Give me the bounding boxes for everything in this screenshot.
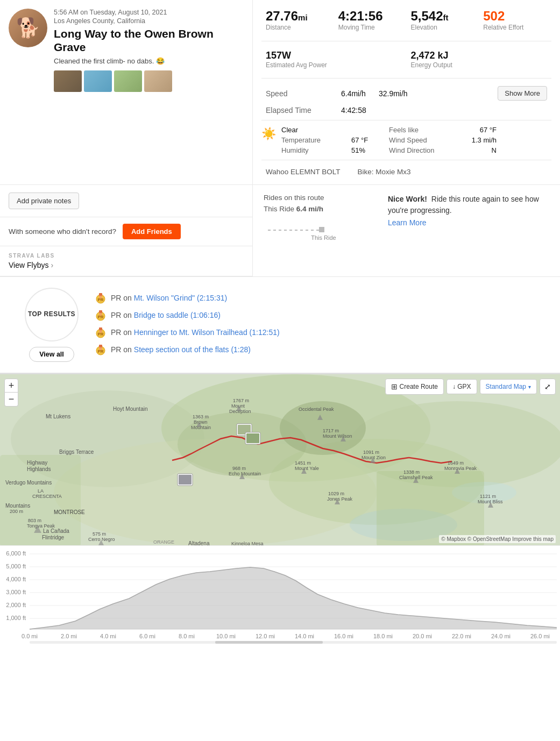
svg-rect-6	[99, 310, 102, 313]
svg-text:200 m: 200 m	[10, 509, 23, 514]
svg-text:0.0 mi: 0.0 mi	[22, 633, 38, 639]
activity-photos	[54, 70, 244, 92]
photo-4[interactable]	[144, 70, 172, 92]
svg-text:10.0 mi: 10.0 mi	[216, 633, 236, 639]
svg-marker-11	[99, 330, 102, 333]
show-more-button[interactable]: Show More	[498, 86, 547, 101]
activity-location: Los Angeles County, California	[54, 17, 244, 25]
svg-text:MONTROSE: MONTROSE	[54, 509, 85, 515]
svg-text:1,000 ft: 1,000 ft	[6, 615, 26, 621]
svg-text:2,000 ft: 2,000 ft	[6, 602, 26, 608]
svg-text:575 m: 575 m	[93, 531, 106, 537]
speed-label: Speed	[266, 89, 341, 98]
chevron-down-icon: ▾	[528, 384, 531, 390]
svg-text:1121 m: 1121 m	[480, 494, 496, 499]
route-speed: This Ride 6.4 mi/h	[264, 205, 379, 213]
map-toolbar: ⊞ Create Route ↓ GPX Standard Map ▾ ⤢	[385, 379, 556, 395]
chevron-right-icon: ›	[51, 261, 53, 269]
svg-text:12.0 mi: 12.0 mi	[256, 633, 275, 639]
labs-label: STRAVA LABS	[9, 253, 244, 259]
route-message: Nice Work! Ride this route again to see …	[388, 194, 549, 216]
svg-text:Verdugo Mountains: Verdugo Mountains	[5, 480, 52, 486]
add-private-notes-button[interactable]: Add private notes	[9, 193, 79, 209]
elevation-section: 6,000 ft 5,000 ft 4,000 ft 3,000 ft 2,00…	[0, 545, 560, 645]
svg-marker-7	[99, 313, 102, 316]
svg-text:Mount Zion: Mount Zion	[361, 455, 386, 460]
svg-text:Clamshell Peak: Clamshell Peak	[399, 475, 433, 480]
route-icon: ⊞	[391, 382, 398, 391]
svg-text:Occidental Peak: Occidental Peak	[299, 407, 334, 412]
svg-rect-2	[99, 293, 102, 296]
svg-rect-118	[215, 641, 323, 644]
svg-text:1649 m: 1649 m	[448, 460, 464, 466]
add-friends-text: With someone who didn't record?	[9, 227, 116, 236]
svg-text:LA: LA	[38, 488, 44, 494]
wind-speed-label: Wind Speed	[389, 136, 459, 144]
svg-text:Highlands: Highlands	[27, 466, 51, 472]
feels-like-label: Feels like	[389, 126, 459, 134]
svg-text:Echo Mountain: Echo Mountain	[229, 471, 261, 476]
create-route-button[interactable]: ⊞ Create Route	[385, 379, 444, 395]
gpx-button[interactable]: ↓ GPX	[446, 379, 477, 394]
wind-speed-value: 1.3 mi/h	[459, 136, 497, 144]
svg-marker-3	[99, 296, 102, 298]
svg-rect-10	[99, 327, 102, 330]
elevation-chart: 6,000 ft 5,000 ft 4,000 ft 3,000 ft 2,00…	[0, 546, 560, 645]
map-background: Mt Lukens Hoyt Mountain Briggs Terrace H…	[0, 374, 560, 545]
photo-2[interactable]	[84, 70, 112, 92]
top-results-circle: TOP RESULTS	[25, 288, 79, 341]
segment-link-1[interactable]: Mt. Wilson "Grind"	[134, 294, 195, 302]
svg-text:22.0 mi: 22.0 mi	[452, 633, 471, 639]
svg-text:1029 m: 1029 m	[328, 491, 344, 496]
svg-text:Monrovia Peak: Monrovia Peak	[444, 466, 477, 471]
svg-text:Kinneloa Mesa: Kinneloa Mesa	[231, 541, 264, 545]
svg-text:Highway: Highway	[27, 460, 47, 466]
result-item-4: PR PR on Steep section out of the flats …	[95, 344, 551, 355]
view-all-button[interactable]: View all	[29, 347, 74, 362]
segment-link-3[interactable]: Henninger to Mt. Wilson Trailhead	[134, 328, 247, 337]
svg-rect-89	[179, 475, 192, 484]
svg-text:Altadena: Altadena	[188, 540, 210, 545]
svg-text:Deception: Deception	[229, 409, 251, 414]
elapsed-label: Elapsed Time	[266, 106, 341, 115]
activity-title: Long Way to the Owen Brown Grave	[54, 27, 244, 54]
speed-avg: 6.4mi/h	[341, 89, 366, 98]
zoom-in-button[interactable]: +	[4, 379, 18, 393]
svg-text:5,000 ft: 5,000 ft	[6, 563, 26, 569]
svg-rect-27	[377, 471, 484, 545]
svg-text:Cerro Negro: Cerro Negro	[88, 537, 115, 542]
view-flybys-link[interactable]: View Flybys ›	[9, 261, 244, 269]
zoom-out-button[interactable]: −	[4, 393, 18, 407]
result-item-2: PR PR on Bridge to saddle (1:06:16)	[95, 309, 551, 321]
weather-condition: Clear	[281, 126, 351, 134]
map-section: Mt Lukens Hoyt Mountain Briggs Terrace H…	[0, 373, 560, 545]
svg-text:18.0 mi: 18.0 mi	[373, 633, 393, 639]
svg-text:20.0 mi: 20.0 mi	[413, 633, 432, 639]
svg-text:26.0 mi: 26.0 mi	[530, 633, 550, 639]
standard-map-button[interactable]: Standard Map ▾	[480, 379, 537, 394]
wind-dir-label: Wind Direction	[389, 146, 459, 154]
svg-text:24.0 mi: 24.0 mi	[491, 633, 511, 639]
svg-text:803 m: 803 m	[28, 518, 41, 523]
temperature-label: Temperature	[281, 136, 351, 144]
svg-text:Hoyt Mountain: Hoyt Mountain	[113, 406, 147, 412]
feels-like-value: 67 °F	[459, 126, 497, 134]
svg-text:Mountain: Mountain	[191, 425, 211, 430]
expand-map-button[interactable]: ⤢	[540, 379, 556, 395]
add-friends-button[interactable]: Add Friends	[123, 224, 181, 239]
photo-1[interactable]	[54, 70, 82, 92]
stat-power: 157W Estimated Avg Power	[261, 48, 407, 72]
photo-3[interactable]	[114, 70, 142, 92]
medal-icon-3: PR	[95, 326, 107, 338]
svg-text:6.0 mi: 6.0 mi	[139, 633, 155, 639]
weather-icon: ☀️	[261, 126, 276, 141]
segment-link-4[interactable]: Steep section out of the flats	[134, 345, 229, 354]
segment-link-2[interactable]: Bridge to saddle	[134, 311, 188, 319]
avatar: 🐕	[9, 9, 47, 92]
svg-text:8.0 mi: 8.0 mi	[179, 633, 195, 639]
svg-text:Jones Peak: Jones Peak	[327, 496, 353, 502]
learn-more-link[interactable]: Learn More	[388, 218, 549, 227]
result-item-3: PR PR on Henninger to Mt. Wilson Trailhe…	[95, 326, 551, 338]
svg-text:ORANGE: ORANGE	[153, 539, 174, 545]
device-info: Wahoo ELEMNT BOLT	[266, 168, 341, 176]
